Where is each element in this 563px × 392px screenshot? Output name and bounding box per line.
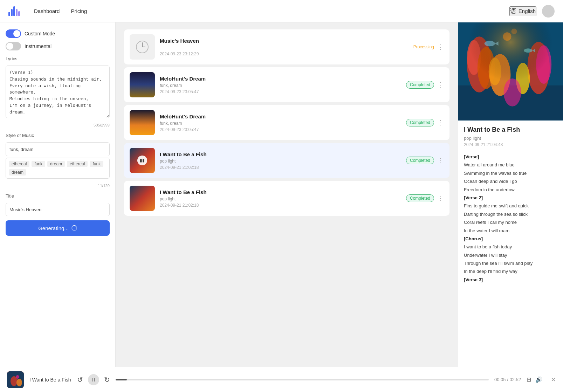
song-title-3: I Want to Be a Fish [160,151,401,157]
nav-links: Dashboard Pricing [34,8,87,14]
song-status-4: Completed ⋮ [406,194,444,202]
time-display: 00:05 / 02:52 [494,377,521,382]
more-menu-4[interactable]: ⋮ [438,194,444,202]
logo-bar-1 [8,12,10,16]
logo [8,6,20,16]
rewind-button[interactable]: ↺ [77,376,83,384]
svg-point-24 [16,375,19,379]
custom-mode-toggle[interactable] [6,29,21,38]
style-tags-area: ethereal funk dream ethereal funk dream [6,158,110,179]
lyrics-line-3: Ocean deep and wide I go [464,177,557,185]
lyrics-display: [Verse] Water all around me blue Swimmin… [464,153,557,284]
lyrics-char-count: 505/2999 [6,123,110,127]
song-genre-2: funk, dream [160,121,401,126]
song-card-4[interactable]: I Want to Be a Fish pop light 2024-09-21… [124,181,449,216]
song-card-0[interactable]: Music's Heaven 2024-09-23 23:12:29 Proce… [124,29,449,64]
more-menu-3[interactable]: ⋮ [438,157,444,164]
song-date-3: 2024-09-21 21:02:18 [160,165,401,170]
nav-right: 语 English [509,5,555,18]
song-thumb-0 [130,34,155,60]
tag-ethereal-2[interactable]: ethereal [67,161,88,167]
player-controls: ↺ ⏸ ↻ [77,374,110,385]
fast-forward-button[interactable]: ↻ [104,376,110,384]
right-cover-image [458,22,563,121]
song-thumb-2 [130,110,155,135]
more-menu-2[interactable]: ⋮ [438,119,444,126]
time-total: 02:52 [509,377,521,382]
lyrics-line-4: Freedom in the undertow [464,186,557,194]
avatar[interactable] [542,5,555,18]
style-input[interactable] [6,142,110,156]
instrumental-toggle[interactable] [6,42,21,50]
player-right-icons: ⊟ 🔊 [527,376,542,383]
song-info-0: Music's Heaven 2024-09-23 23:12:29 [160,38,408,56]
song-list: Music's Heaven 2024-09-23 23:12:29 Proce… [116,22,458,367]
song-date-1: 2024-09-23 23:05:47 [160,89,401,94]
instrumental-label: Instrumental [25,43,52,49]
song-info-2: MeloHunt's Dream funk, dream 2024-09-23 … [160,114,401,132]
language-label: English [519,8,536,14]
close-player-button[interactable]: ✕ [551,376,556,384]
right-panel-date: 2024-09-21 21:04:43 [464,142,557,147]
instrumental-row: Instrumental [6,42,110,50]
song-genre-3: pop light [160,159,401,164]
lyrics-tag-chorus: [Chorus] [464,235,557,243]
loading-spinner [71,225,77,231]
song-title-1: MeloHunt's Dream [160,76,401,82]
song-genre-0 [160,45,408,50]
song-info-1: MeloHunt's Dream funk, dream 2024-09-23 … [160,76,401,94]
logo-bar-5 [18,11,20,16]
song-status-0: Processing ⋮ [413,43,444,51]
status-badge-3: Completed [406,157,434,164]
lyrics-line-7: Coral reefs I call my home [464,218,557,226]
song-info-3: I Want to Be a Fish pop light 2024-09-21… [160,151,401,170]
progress-fill [116,379,127,380]
toggle-knob [13,30,20,37]
song-genre-4: pop light [160,197,401,201]
tag-dream-1[interactable]: dream [47,161,65,167]
song-card-3[interactable]: ▮▮ I Want to Be a Fish pop light 2024-09… [124,143,449,178]
lyrics-line-1: Water all around me blue [464,161,557,169]
song-card-2[interactable]: MeloHunt's Dream funk, dream 2024-09-23 … [124,105,449,140]
logo-bar-4 [16,9,18,16]
logo-bar-2 [11,9,13,16]
pause-button[interactable]: ⏸ [88,374,99,385]
lyrics-line-11: Through the sea I'll swim and play [464,259,557,267]
tag-dream-2[interactable]: dream [9,169,26,176]
nav-pricing[interactable]: Pricing [71,8,87,14]
lyrics-line-8: In the water I will roam [464,227,557,235]
custom-mode-label: Custom Mode [25,31,55,36]
lyrics-tag-verse1: [Verse] [464,153,557,161]
song-status-3: Completed ⋮ [406,157,444,164]
lyrics-textarea[interactable]: (Verse 1) Chasing sounds in the midnight… [6,66,110,118]
coral-svg [458,22,563,121]
clock-icon-svg [135,40,149,54]
tag-funk-1[interactable]: funk [32,161,45,167]
more-menu-0[interactable]: ⋮ [438,43,444,51]
sidebar: Custom Mode Instrumental Lyrics (Verse 1… [0,22,116,367]
bottom-player: I Want to Be a Fish ↺ ⏸ ↻ 00:05 / 02:52 … [0,367,563,392]
right-panel-genre: pop light [464,136,557,141]
more-menu-1[interactable]: ⋮ [438,81,444,89]
generate-button[interactable]: Generating... [6,220,110,236]
tag-ethereal-1[interactable]: ethereal [9,161,29,167]
nav-dashboard[interactable]: Dashboard [34,8,60,14]
queue-button[interactable]: ⊟ [527,376,531,383]
progress-bar[interactable] [116,379,489,380]
right-panel-info: I Want to Be a Fish pop light 2024-09-21… [458,121,563,289]
song-card-1[interactable]: MeloHunt's Dream funk, dream 2024-09-23 … [124,67,449,102]
status-badge-2: Completed [406,119,434,126]
lyrics-line-12: In the deep I'll find my way [464,267,557,275]
lyrics-line-5: Fins to guide me swift and quick [464,202,557,210]
topnav: Dashboard Pricing 语 English [0,0,563,22]
title-input[interactable] [6,203,110,216]
play-circle-3: ▮▮ [137,156,147,165]
lyrics-line-10: Underwater I will stay [464,251,557,259]
song-date-0: 2024-09-23 23:12:29 [160,51,408,56]
logo-icon [8,6,20,16]
volume-button[interactable]: 🔊 [535,376,542,383]
tag-funk-2[interactable]: funk [90,161,103,167]
language-button[interactable]: 语 English [509,6,536,16]
svg-rect-20 [458,22,563,120]
lyrics-section-label: Lyrics [6,56,110,61]
